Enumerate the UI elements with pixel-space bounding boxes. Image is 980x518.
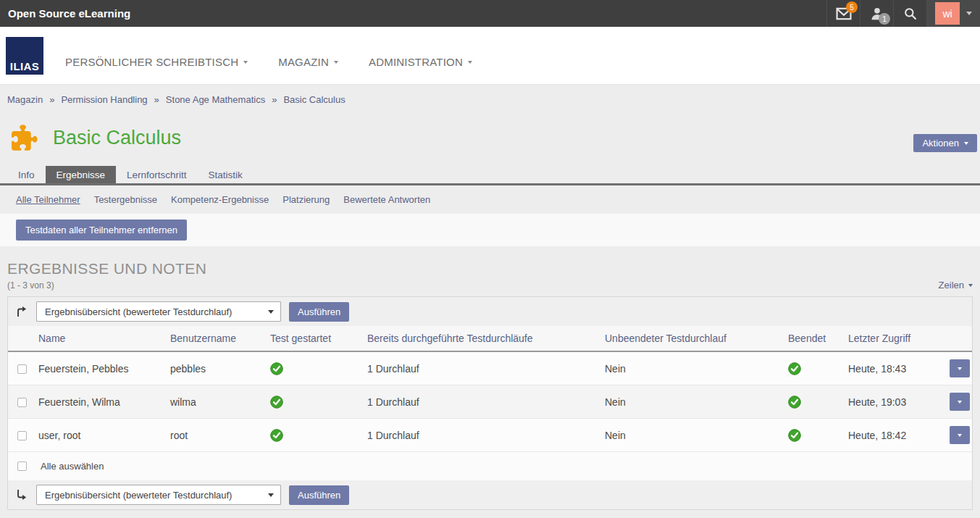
chevron-down-icon <box>468 61 472 64</box>
breadcrumb: Magazin » Permission Handling » Stone Ag… <box>0 85 980 105</box>
breadcrumb-separator: » <box>272 94 277 105</box>
col-name[interactable]: Name <box>34 326 166 351</box>
col-letzter-zugriff[interactable]: Letzter Zugriff <box>844 326 945 351</box>
cell-unfinished: Nein <box>600 419 784 452</box>
tab-ergebnisse[interactable]: Ergebnisse <box>46 166 117 183</box>
chevron-down-icon <box>958 367 962 370</box>
bulk-action-row-bottom: Ergebnisübersicht (bewerteter Testdurchl… <box>8 480 972 509</box>
select-all-label: Alle auswählen <box>41 461 104 472</box>
tab-lernfortschritt[interactable]: Lernfortschritt <box>116 166 198 183</box>
result-range-bottom: (1 - 3 von 3) <box>0 510 980 518</box>
execute-button-top[interactable]: Ausführen <box>289 302 349 322</box>
row-checkbox[interactable] <box>17 398 27 407</box>
bulk-action-select-top[interactable]: Ergebnisübersicht (bewerteter Testdurchl… <box>36 301 281 322</box>
nav-label: PERSÖNLICHER SCHREIBTISCH <box>65 56 238 68</box>
search-button[interactable] <box>893 0 926 27</box>
nav-magazin[interactable]: MAGAZIN <box>278 56 338 68</box>
topbar-actions: 5 1 wi <box>826 0 980 27</box>
table-header-row: Name Benutzername Test gestartet Bereits… <box>8 326 972 351</box>
chevron-down-icon <box>968 284 973 287</box>
tab-info[interactable]: Info <box>7 166 46 183</box>
nav-label: ADMINISTRATION <box>369 56 463 68</box>
mail-button[interactable]: 5 <box>826 0 860 27</box>
check-icon <box>270 396 359 409</box>
chevron-down-icon <box>966 12 972 15</box>
cell-unfinished: Nein <box>600 351 784 385</box>
cell-last-access: Heute, 18:42 <box>844 419 945 452</box>
main-header: ILIAS PERSÖNLICHER SCHREIBTISCH MAGAZIN … <box>0 27 980 85</box>
user-online-button[interactable]: 1 <box>860 0 893 27</box>
page-title: Basic Calculus <box>53 127 181 149</box>
bulk-action-row-top: Ergebnisübersicht (bewerteter Testdurchl… <box>8 297 972 326</box>
cell-runs: 1 Durchlauf <box>363 419 600 452</box>
nav-administration[interactable]: ADMINISTRATION <box>369 56 472 68</box>
check-icon <box>270 429 359 442</box>
select-caret-icon <box>268 493 274 497</box>
col-benutzername[interactable]: Benutzername <box>166 326 266 351</box>
chevron-down-icon <box>243 61 248 64</box>
nav-label: MAGAZIN <box>278 56 329 68</box>
execute-button-bottom[interactable]: Ausführen <box>289 485 349 505</box>
search-icon <box>903 7 918 21</box>
online-count-badge: 1 <box>879 13 890 25</box>
breadcrumb-link[interactable]: Permission Handling <box>61 94 147 105</box>
check-icon <box>788 396 839 409</box>
col-durchlaeufe[interactable]: Bereits durchgeführte Testdurchläufe <box>363 326 600 351</box>
cell-unfinished: Nein <box>600 385 784 419</box>
cell-last-access: Heute, 19:03 <box>844 385 945 419</box>
arrow-down-right-icon <box>14 488 28 502</box>
main-nav: PERSÖNLICHER SCHREIBTISCH MAGAZIN ADMINI… <box>65 56 472 68</box>
chevron-down-icon <box>334 61 338 64</box>
subtab-bewertete-antworten[interactable]: Bewertete Antworten <box>343 194 430 205</box>
row-actions-button[interactable] <box>950 426 970 444</box>
breadcrumb-link[interactable]: Stone Age Mathematics <box>166 94 265 105</box>
row-checkbox[interactable] <box>17 431 27 440</box>
avatar[interactable]: wi <box>935 2 960 25</box>
cell-last-access: Heute, 18:43 <box>844 351 945 385</box>
toolbar: Testdaten aller Teilnehmer entfernen <box>0 214 980 246</box>
col-test-gestartet[interactable]: Test gestartet <box>266 326 363 351</box>
table-row: Feuerstein, Pebbles pebbles 1 Durchlauf … <box>8 351 972 385</box>
results-header: ERGEBNISSE UND NOTEN (1 - 3 von 3) Zeile… <box>0 246 980 291</box>
top-bar: Open Source eLearning 5 1 <box>0 0 980 27</box>
ilias-logo[interactable]: ILIAS <box>6 37 43 75</box>
row-actions-button[interactable] <box>950 359 970 377</box>
subtab-bar: Alle Teilnehmer Testergebnisse Kompetenz… <box>0 185 980 214</box>
result-range-top: (1 - 3 von 3) <box>7 280 54 291</box>
bulk-action-selected-value: Ergebnisübersicht (bewerteter Testdurchl… <box>45 306 232 317</box>
subtab-alle-teilnehmer[interactable]: Alle Teilnehmer <box>16 194 80 205</box>
cell-runs: 1 Durchlauf <box>363 351 600 385</box>
cell-name: Feuerstein, Wilma <box>34 385 166 419</box>
row-actions-button[interactable] <box>950 393 970 411</box>
subtab-kompetenz-ergebnisse[interactable]: Kompetenz-Ergebnisse <box>171 194 269 205</box>
nav-personal-desktop[interactable]: PERSÖNLICHER SCHREIBTISCH <box>65 56 248 68</box>
results-table-panel: Ergebnisübersicht (bewerteter Testdurchl… <box>7 296 973 510</box>
table-row: Feuerstein, Wilma wilma 1 Durchlauf Nein… <box>8 385 972 419</box>
cell-name: user, root <box>34 419 166 452</box>
breadcrumb-separator: » <box>154 94 159 105</box>
cell-username: pebbles <box>166 351 266 385</box>
actions-label: Aktionen <box>922 138 959 149</box>
actions-button[interactable]: Aktionen <box>913 134 977 152</box>
row-checkbox[interactable] <box>17 364 27 374</box>
page-title-row: Basic Calculus Aktionen <box>0 105 980 152</box>
bulk-action-select-bottom[interactable]: Ergebnisübersicht (bewerteter Testdurchl… <box>36 485 281 505</box>
col-unbeendeter[interactable]: Unbeendeter Testdurchlauf <box>600 326 784 351</box>
tab-bar: Info Ergebnisse Lernfortschritt Statisti… <box>0 166 980 185</box>
remove-testdata-button[interactable]: Testdaten aller Teilnehmer entfernen <box>16 220 187 241</box>
tab-statistik[interactable]: Statistik <box>198 166 254 183</box>
rows-menu[interactable]: Zeilen <box>939 280 973 291</box>
user-menu[interactable]: wi <box>926 0 980 27</box>
breadcrumb-link[interactable]: Basic Calculus <box>283 94 345 105</box>
cell-username: wilma <box>166 385 266 419</box>
puzzle-icon <box>12 125 41 151</box>
chevron-down-icon <box>958 401 962 404</box>
cell-username: root <box>166 419 266 452</box>
rows-menu-label: Zeilen <box>939 280 964 291</box>
subtab-platzierung[interactable]: Platzierung <box>282 194 330 205</box>
select-all-checkbox[interactable] <box>17 461 27 471</box>
select-caret-icon <box>268 310 274 314</box>
subtab-testergebnisse[interactable]: Testergebnisse <box>94 194 157 205</box>
col-beendet[interactable]: Beendet <box>784 326 844 351</box>
breadcrumb-link[interactable]: Magazin <box>7 94 43 105</box>
